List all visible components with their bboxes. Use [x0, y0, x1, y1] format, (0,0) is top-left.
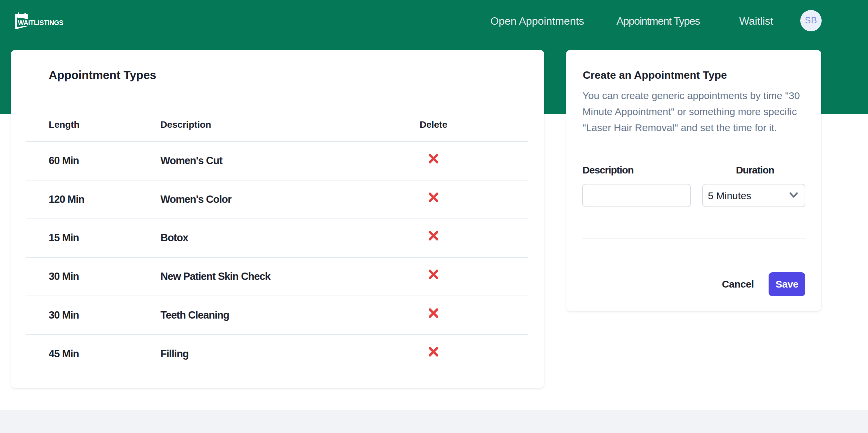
svg-text:WAITLISTINGS: WAITLISTINGS: [18, 19, 63, 26]
